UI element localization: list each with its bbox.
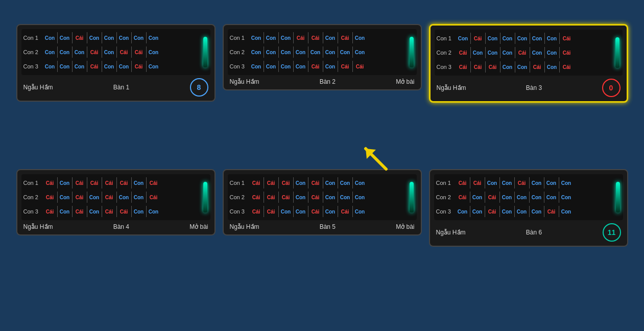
divider-ban4-2-5 [116, 206, 117, 217]
divider-ban5-2-7 [352, 206, 353, 217]
row-label-ban3-2: Con 3 [437, 64, 456, 70]
divider-ban5-2-1 [264, 206, 264, 217]
divider-ban4-0-7 [146, 177, 147, 188]
cell-ban3-2-6: Con [545, 64, 559, 70]
divider-ban5-1-6 [338, 192, 338, 203]
footer-ban1: Ngẫu HầmBàn 18 [21, 75, 210, 98]
divider-ban3-2-4 [515, 61, 515, 73]
divider-ban1-2-3 [87, 61, 87, 72]
cell-ban2-0-7: Con [353, 35, 367, 41]
divider-ban6-0-6 [544, 177, 544, 188]
divider-ban1-0-2 [72, 32, 73, 43]
cell-ban4-1-6: Con [132, 195, 146, 200]
rows-area-ban6: Con 1CáiCáiConConCáiConConConCon 2CáiCon… [434, 174, 623, 220]
cell-ban1-1-2: Con [73, 50, 86, 55]
divider-ban5-0-7 [352, 177, 353, 188]
rows-area-ban5: Con 1CáiCáiCáiConCáiConConConCon 2CáiCái… [228, 174, 417, 220]
divider-ban4-2-3 [87, 206, 87, 217]
cell-ban1-2-6: Cái [132, 64, 146, 69]
row-label-ban4-2: Con 3 [23, 208, 43, 215]
glow-bar-ban1 [203, 37, 207, 67]
divider-ban2-1-7 [352, 46, 353, 58]
cell-ban1-2-0: Con [43, 64, 57, 69]
cell-ban3-2-2: Cái [486, 64, 499, 70]
divider-ban6-1-6 [544, 192, 544, 203]
divider-ban6-2-7 [559, 206, 559, 217]
footer-left-ban4: Ngẫu Hầm [23, 223, 53, 230]
cell-ban5-1-2: Cái [279, 195, 293, 200]
cell-ban2-2-4: Cái [309, 64, 322, 69]
divider-ban5-2-6 [338, 206, 338, 217]
divider-ban2-1-3 [293, 46, 294, 58]
row-label-ban2-1: Con 2 [230, 49, 249, 55]
cell-ban4-2-0: Cái [43, 209, 57, 215]
table-card-ban3[interactable]: Con 1ConCáiConConConConConCáiCon 2CáiCon… [429, 24, 628, 103]
divider-ban1-2-6 [131, 61, 132, 72]
table-card-ban1[interactable]: Con 1ConConCáiConConConConConCon 2ConCon… [16, 24, 216, 102]
divider-ban4-1-3 [87, 192, 87, 203]
cell-ban3-0-6: Con [545, 36, 559, 41]
divider-ban6-2-3 [499, 206, 500, 217]
glow-bar-ban3 [615, 37, 619, 68]
footer-mid-ban4: Bàn 4 [113, 223, 129, 230]
divider-ban1-2-7 [146, 61, 147, 72]
divider-ban5-2-4 [308, 206, 308, 217]
cell-ban4-1-5: Con [117, 195, 131, 200]
cell-ban6-2-2: Cái [486, 209, 499, 215]
row-label-ban3-1: Con 2 [437, 50, 456, 56]
cell-ban2-1-4: Con [309, 50, 322, 55]
table-card-ban4[interactable]: Con 1CáiConCáiCáiCáiCáiConCáiCon 2CáiCon… [16, 169, 216, 235]
cell-ban3-0-7: Cái [560, 36, 574, 41]
row-ban6-0: Con 1CáiCáiConConCáiConConCon [436, 176, 621, 190]
cell-ban3-1-5: Con [531, 50, 544, 56]
divider-ban5-0-5 [323, 177, 323, 188]
divider-ban2-0-5 [323, 32, 323, 43]
divider-ban4-1-7 [146, 192, 147, 203]
row-ban3-2: Con 3CáiCáiCáiConConCáiConCái [437, 60, 621, 74]
divider-ban1-1-7 [146, 46, 147, 58]
divider-ban2-1-5 [323, 46, 323, 58]
cell-ban4-2-7: Con [147, 209, 160, 215]
rows-area-ban4: Con 1CáiConCáiCáiCáiCáiConCáiCon 2CáiCon… [21, 174, 210, 220]
cell-ban6-2-3: Con [500, 209, 514, 215]
footer-mid-ban3: Bàn 3 [526, 84, 542, 91]
row-label-ban5-0: Con 1 [230, 180, 249, 186]
cell-ban2-2-6: Cái [339, 64, 352, 69]
divider-ban4-2-6 [131, 206, 132, 217]
cell-ban5-1-6: Con [339, 195, 352, 200]
cell-ban5-2-0: Cái [250, 209, 263, 215]
table-wrapper-ban1: Con 1ConConCáiConConConConConCon 2ConCon… [16, 24, 216, 162]
row-label-ban5-2: Con 3 [230, 208, 249, 215]
cell-ban4-1-0: Cái [43, 195, 57, 200]
footer-left-ban5: Ngẫu Hầm [230, 223, 259, 230]
divider-ban1-0-7 [146, 32, 147, 43]
table-card-ban6[interactable]: Con 1CáiCáiConConCáiConConConCon 2CáiCon… [429, 169, 628, 247]
row-label-ban4-0: Con 1 [23, 180, 43, 186]
cell-ban3-2-3: Con [501, 64, 514, 70]
rows-area-ban2: Con 1ConConConCáiCáiConCáiConCon 2ConCon… [228, 29, 417, 75]
cell-ban3-1-7: Cái [560, 50, 574, 56]
table-card-ban2[interactable]: Con 1ConConConCáiCáiConCáiConCon 2ConCon… [223, 24, 422, 90]
row-label-ban6-1: Con 2 [436, 194, 456, 200]
cell-ban4-2-2: Cái [73, 209, 86, 215]
cell-ban5-0-6: Con [339, 180, 352, 186]
divider-ban5-1-2 [278, 192, 279, 203]
cell-ban5-2-7: Con [353, 209, 367, 215]
divider-ban5-1-1 [264, 192, 264, 203]
cell-ban2-0-1: Con [265, 35, 278, 41]
cell-ban5-1-7: Con [353, 195, 367, 200]
cell-ban3-2-1: Cái [471, 64, 485, 70]
row-label-ban4-1: Con 2 [23, 194, 43, 200]
cell-ban1-2-3: Cái [88, 64, 101, 69]
divider-ban3-0-4 [515, 33, 515, 44]
cell-ban1-1-6: Cái [132, 50, 146, 55]
divider-ban3-2-6 [544, 61, 545, 73]
cell-ban6-2-5: Con [530, 209, 543, 215]
row-ban3-1: Con 2CáiConConConCáiConConCái [437, 46, 621, 59]
table-card-ban5[interactable]: Con 1CáiCáiCáiConCáiConConConCon 2CáiCái… [223, 169, 422, 235]
cell-ban3-1-1: Con [471, 50, 485, 56]
cell-ban1-0-7: Con [147, 35, 160, 41]
cell-ban1-1-3: Cái [88, 50, 101, 55]
divider-ban4-1-1 [57, 192, 58, 203]
cell-ban5-2-5: Con [324, 209, 337, 215]
